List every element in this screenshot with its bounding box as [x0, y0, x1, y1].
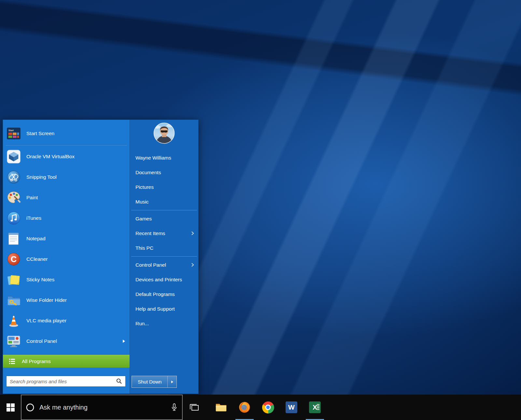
taskbar-file-explorer-button[interactable] [209, 395, 233, 420]
windows-logo-icon [6, 403, 15, 412]
menu-item-label: Games [135, 216, 152, 222]
start-menu-place-run[interactable]: Run... [130, 316, 198, 331]
wise-folder-hider-icon [6, 293, 21, 308]
start-menu-item-wise-folder-hider[interactable]: Wise Folder Hider [3, 290, 130, 310]
cortana-icon [25, 403, 35, 412]
menu-item-label: Documents [135, 170, 161, 175]
task-view-icon [189, 403, 199, 412]
shutdown-button[interactable]: Shut Down [132, 376, 167, 388]
taskbar-excel-button[interactable]: X [303, 395, 327, 420]
menu-item-label: Help and Support [135, 306, 175, 312]
taskbar-chrome-button[interactable] [256, 395, 280, 420]
start-menu-item-ccleaner[interactable]: CCCleaner [3, 249, 130, 269]
firefox-icon [238, 401, 251, 413]
file-explorer-icon [215, 401, 227, 413]
menu-item-label: Sticky Notes [26, 277, 54, 283]
snipping-tool-icon [6, 170, 21, 185]
taskbar: WX [0, 395, 521, 420]
user-avatar[interactable] [153, 122, 175, 144]
shutdown-control: Shut Down [132, 376, 177, 388]
start-menu-place-pictures[interactable]: Pictures [130, 180, 198, 194]
start-menu-place-games[interactable]: Games [130, 211, 198, 226]
vlc-icon [6, 313, 21, 328]
start-menu-item-vlc-media-player[interactable]: VLC media player [3, 310, 130, 331]
task-view-button[interactable] [183, 395, 205, 420]
virtualbox-icon [6, 149, 21, 164]
microphone-icon[interactable] [170, 403, 178, 412]
menu-item-label: iTunes [26, 215, 41, 221]
menu-item-label: Devices and Printers [135, 277, 182, 283]
start-menu-search-input[interactable] [10, 379, 116, 384]
start-menu-place-help-and-support[interactable]: Help and Support [130, 301, 198, 316]
shutdown-label: Shut Down [138, 379, 162, 385]
start-menu-place-this-pc[interactable]: This PC [130, 241, 198, 255]
start-menu-item-oracle-vm-virtualbox[interactable]: Oracle VM VirtualBox [3, 146, 130, 167]
start-menu-left-column: StartStart ScreenOracle VM VirtualBoxSni… [3, 120, 130, 394]
menu-item-label: This PC [135, 245, 153, 251]
start-menu-places-list: Wayne WilliamsDocumentsPicturesMusicGame… [130, 150, 198, 331]
start-screen-icon: Start [6, 126, 21, 141]
start-menu-search-box[interactable] [6, 376, 126, 387]
start-menu-item-control-panel[interactable]: Control Panel [3, 331, 130, 351]
excel-icon: X [309, 401, 321, 413]
chevron-right-icon [191, 231, 194, 235]
start-menu-place-control-panel[interactable]: Control Panel [130, 258, 198, 272]
menu-item-label: Control Panel [135, 262, 166, 268]
start-menu-item-itunes[interactable]: iTunes [3, 208, 130, 228]
menu-item-label: Music [135, 199, 148, 205]
start-menu-place-music[interactable]: Music [130, 194, 198, 209]
start-menu-item-sticky-notes[interactable]: Sticky Notes [3, 269, 130, 290]
start-menu-item-snipping-tool[interactable]: Snipping Tool [3, 167, 130, 187]
menu-item-label: Wise Folder Hider [26, 297, 67, 303]
taskbar-apps: WX [209, 395, 327, 420]
menu-item-label: Notepad [26, 236, 46, 242]
all-programs-icon [8, 357, 16, 365]
all-programs-button[interactable]: All Programs [3, 355, 130, 368]
word-icon: W [286, 401, 297, 413]
menu-item-label: Paint [26, 195, 38, 201]
svg-text:Start: Start [8, 129, 14, 132]
taskbar-search[interactable] [21, 395, 183, 420]
start-menu-search-row [6, 376, 126, 387]
menu-item-label: Recent Items [135, 231, 165, 236]
start-menu-item-start-screen[interactable]: StartStart Screen [3, 123, 130, 144]
menu-separator [6, 145, 127, 145]
submenu-arrow-icon [123, 340, 125, 343]
notepad-icon [6, 231, 21, 246]
start-menu-place-documents[interactable]: Documents [130, 165, 198, 180]
shutdown-arrow-icon [171, 381, 173, 383]
chrome-icon [262, 401, 274, 413]
menu-item-label: Default Programs [135, 291, 175, 297]
start-menu-program-list: StartStart ScreenOracle VM VirtualBoxSni… [3, 123, 130, 351]
start-menu-place-default-programs[interactable]: Default Programs [130, 287, 198, 301]
start-button[interactable] [0, 395, 21, 420]
menu-separator [131, 256, 197, 257]
menu-item-label: Control Panel [26, 338, 57, 344]
chevron-right-icon [191, 263, 194, 267]
all-programs-label: All Programs [22, 358, 51, 364]
menu-item-label: Snipping Tool [26, 174, 57, 180]
shutdown-options-button[interactable] [167, 376, 177, 388]
taskbar-word-button[interactable]: W [280, 395, 303, 420]
search-icon[interactable] [116, 378, 122, 385]
menu-item-label: Wayne Williams [135, 155, 171, 161]
start-menu-place-recent-items[interactable]: Recent Items [130, 226, 198, 241]
itunes-icon [6, 211, 21, 226]
start-menu-place-devices-and-printers[interactable]: Devices and Printers [130, 272, 198, 287]
svg-text:C: C [11, 254, 17, 263]
paint-icon [6, 190, 21, 205]
start-menu-item-paint[interactable]: Paint [3, 187, 130, 208]
menu-item-label: VLC media player [26, 318, 66, 324]
menu-item-label: Pictures [135, 184, 154, 190]
start-menu-item-notepad[interactable]: Notepad [3, 228, 130, 249]
ccleaner-icon: C [6, 252, 21, 267]
menu-item-label: Start Screen [26, 131, 54, 136]
start-menu-place-wayne-williams[interactable]: Wayne Williams [130, 150, 198, 165]
desktop: StartStart ScreenOracle VM VirtualBoxSni… [0, 0, 521, 420]
taskbar-firefox-button[interactable] [233, 395, 256, 420]
menu-item-label: CCleaner [26, 256, 48, 262]
menu-separator [131, 210, 197, 210]
taskbar-search-input[interactable] [39, 404, 170, 411]
start-menu: StartStart ScreenOracle VM VirtualBoxSni… [3, 119, 199, 394]
menu-item-label: Oracle VM VirtualBox [26, 154, 75, 160]
